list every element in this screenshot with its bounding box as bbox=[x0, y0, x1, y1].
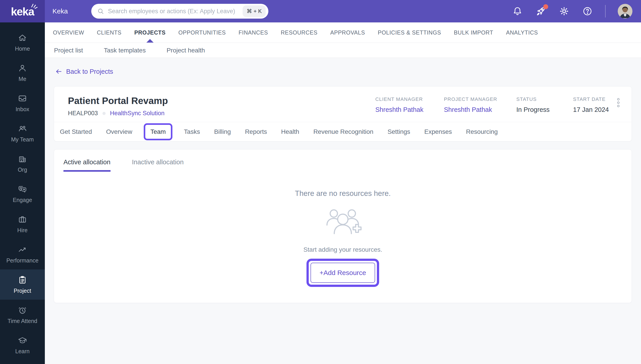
search-input[interactable] bbox=[108, 8, 242, 15]
main-nav-policies-settings[interactable]: POLICIES & SETTINGS bbox=[378, 22, 441, 42]
help-button[interactable] bbox=[582, 6, 593, 17]
sidebar-item-my-team[interactable]: My Team bbox=[0, 118, 45, 148]
add-resource-button[interactable]: +Add Resource bbox=[310, 263, 375, 283]
sidebar-item-home[interactable]: Home bbox=[0, 27, 45, 58]
project-tab-resourcing[interactable]: Resourcing bbox=[466, 128, 498, 136]
start-date-field: START DATE 17 Jan 2024 bbox=[573, 96, 609, 114]
project-tab-overview[interactable]: Overview bbox=[106, 128, 132, 136]
project-tab-health[interactable]: Health bbox=[281, 128, 299, 136]
tab-active-allocation[interactable]: Active allocation bbox=[64, 158, 110, 172]
sidebar-item-label: Performance bbox=[6, 257, 38, 264]
back-link-label: Back to Projects bbox=[66, 68, 113, 75]
sidebar-item-me[interactable]: Me bbox=[0, 58, 45, 88]
client-name-link[interactable]: HealthSync Solution bbox=[110, 110, 164, 117]
sidebar-item-learn[interactable]: Learn bbox=[0, 330, 45, 360]
avatar-photo bbox=[618, 4, 632, 18]
search-icon bbox=[97, 8, 104, 15]
project-code: HEALP003 bbox=[68, 110, 98, 117]
start-date-label: START DATE bbox=[573, 96, 609, 102]
client-manager-field: CLIENT MANAGER Shreshth Pathak bbox=[375, 96, 423, 114]
client-manager-label: CLIENT MANAGER bbox=[375, 96, 423, 102]
main-nav-clients[interactable]: CLIENTS bbox=[97, 22, 122, 42]
project-manager-field: PROJECT MANAGER Shreshth Pathak bbox=[444, 96, 497, 114]
project-tab-expenses[interactable]: Expenses bbox=[424, 128, 452, 136]
search-shortcut-badge: ⌘ + K bbox=[242, 6, 266, 17]
whats-new-button[interactable] bbox=[535, 6, 546, 17]
notifications-button[interactable] bbox=[512, 6, 523, 17]
project-tab-billing[interactable]: Billing bbox=[214, 128, 231, 136]
sidebar-item-label: Time Attend bbox=[8, 318, 37, 324]
user-avatar[interactable] bbox=[618, 4, 632, 18]
kebab-dot bbox=[617, 105, 620, 107]
sidebar-item-label: Engage bbox=[13, 197, 32, 203]
project-manager-value[interactable]: Shreshth Pathak bbox=[444, 106, 497, 114]
notification-badge-dot bbox=[543, 4, 548, 9]
subnav-task-templates[interactable]: Task templates bbox=[104, 47, 146, 54]
project-header-card: Patient Portal Revamp HEALP003 HealthSyn… bbox=[54, 86, 632, 142]
logo-spark-icon bbox=[30, 3, 38, 10]
sidebar-item-time-attend[interactable]: Time Attend bbox=[0, 300, 45, 330]
sidebar-item-performance[interactable]: Performance bbox=[0, 239, 45, 270]
home-icon bbox=[18, 33, 27, 42]
briefcase-icon bbox=[18, 215, 27, 224]
sidebar-item-label: Project bbox=[14, 288, 31, 294]
sidebar-item-engage[interactable]: Engage bbox=[0, 179, 45, 209]
sidebar-item-label: Inbox bbox=[16, 106, 29, 112]
sidebar-item-project[interactable]: Project bbox=[0, 270, 45, 300]
inbox-icon bbox=[18, 94, 27, 103]
sidebar-nav: Home Me Inbox My Team Org Engage Hire P bbox=[0, 22, 45, 364]
top-bar: keka Keka ⌘ + K bbox=[0, 0, 641, 22]
tab-inactive-allocation[interactable]: Inactive allocation bbox=[132, 158, 184, 172]
sidebar-item-label: Home bbox=[15, 46, 30, 52]
graduation-cap-icon bbox=[18, 336, 27, 345]
subnav-project-list[interactable]: Project list bbox=[54, 47, 83, 54]
back-to-projects-link[interactable]: Back to Projects bbox=[55, 68, 113, 75]
project-tab-tasks[interactable]: Tasks bbox=[184, 128, 200, 136]
alarm-clock-icon bbox=[18, 306, 27, 315]
team-allocation-card: Active allocation Inactive allocation Th… bbox=[54, 149, 632, 303]
trend-icon bbox=[18, 245, 27, 254]
start-date-value: 17 Jan 2024 bbox=[573, 106, 609, 114]
main-nav-resources[interactable]: RESOURCES bbox=[281, 22, 318, 42]
keka-logo[interactable]: keka bbox=[0, 0, 45, 22]
back-arrow-icon bbox=[55, 68, 62, 75]
main-nav-approvals[interactable]: APPROVALS bbox=[330, 22, 365, 42]
sidebar-item-label: Org bbox=[18, 166, 27, 173]
sidebar-item-label: Me bbox=[18, 76, 26, 82]
project-tab-reports[interactable]: Reports bbox=[245, 128, 267, 136]
project-tab-get-started[interactable]: Get Started bbox=[60, 128, 92, 136]
sidebar-item-org[interactable]: Org bbox=[0, 148, 45, 179]
project-tabs: Get Started Overview Team Tasks Billing … bbox=[54, 122, 632, 141]
settings-button[interactable] bbox=[558, 6, 570, 17]
main-nav: OVERVIEW CLIENTS PROJECTS OPPORTUNITIES … bbox=[45, 22, 641, 43]
main-nav-opportunities[interactable]: OPPORTUNITIES bbox=[178, 22, 226, 42]
team-icon bbox=[18, 124, 27, 133]
keka-projects-page: keka Keka ⌘ + K bbox=[0, 0, 641, 364]
status-value: In Progress bbox=[516, 106, 550, 114]
clipboard-icon bbox=[18, 275, 27, 285]
main-nav-finances[interactable]: FINANCES bbox=[238, 22, 268, 42]
main-nav-overview[interactable]: OVERVIEW bbox=[53, 22, 84, 42]
subnav-project-health[interactable]: Project health bbox=[166, 47, 205, 54]
engage-chat-icon bbox=[18, 184, 27, 194]
add-resource-highlight-box: +Add Resource bbox=[306, 259, 379, 287]
gear-icon bbox=[559, 6, 570, 16]
project-tab-settings[interactable]: Settings bbox=[388, 128, 410, 136]
sidebar-item-inbox[interactable]: Inbox bbox=[0, 88, 45, 118]
main-nav-projects[interactable]: PROJECTS bbox=[134, 22, 166, 42]
sidebar-item-label: My Team bbox=[11, 136, 34, 143]
project-menu-kebab[interactable] bbox=[616, 97, 621, 108]
topbar-actions bbox=[512, 4, 632, 18]
projects-sub-nav: Project list Task templates Project heal… bbox=[45, 43, 641, 58]
client-manager-value[interactable]: Shreshth Pathak bbox=[375, 106, 423, 114]
main-nav-analytics[interactable]: ANALYTICS bbox=[506, 22, 538, 42]
empty-state: There are no resources here. Start addin… bbox=[54, 172, 632, 303]
global-search[interactable]: ⌘ + K bbox=[91, 4, 268, 18]
main-nav-bulk-import[interactable]: BULK IMPORT bbox=[454, 22, 493, 42]
project-tab-team[interactable]: Team bbox=[150, 128, 166, 136]
topbar-divider bbox=[605, 5, 606, 18]
sidebar-item-hire[interactable]: Hire bbox=[0, 209, 45, 239]
project-tab-revenue-recognition[interactable]: Revenue Recognition bbox=[314, 128, 374, 136]
kebab-dot bbox=[617, 102, 620, 104]
status-field: STATUS In Progress bbox=[516, 96, 550, 114]
